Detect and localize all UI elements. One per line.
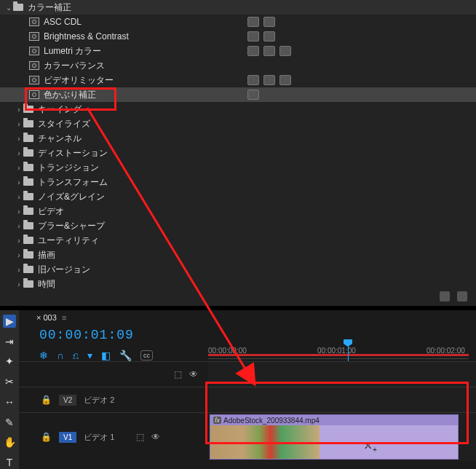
effects-folder[interactable]: ›トランスフォーム: [0, 175, 476, 189]
expand-icon: ›: [15, 280, 23, 288]
effect-label: ビデオリミッター: [44, 74, 114, 87]
track-eye-icon[interactable]: 👁: [189, 369, 198, 379]
effects-folder[interactable]: ›チャンネル: [0, 131, 476, 146]
effects-folder[interactable]: ›キーイング: [0, 102, 476, 117]
effect-item[interactable]: ASC CDL: [0, 15, 476, 29]
timecode-display[interactable]: 00:00:01:09: [39, 328, 134, 342]
folder-label: ユーティリティ: [38, 234, 99, 247]
effect-label: カラーバランス: [44, 60, 105, 72]
track-v2-content[interactable]: [208, 387, 476, 412]
track-tag[interactable]: V2: [59, 395, 76, 406]
sequence-tab[interactable]: × 003 ≡: [36, 313, 66, 322]
tool-razor[interactable]: ✂: [3, 375, 16, 388]
preset-icon: [29, 90, 39, 99]
folder-icon: [23, 193, 33, 200]
folder-label: チャンネル: [38, 133, 82, 145]
effects-panel: ⌄ カラー補正 ASC CDLBrightness & ContrastLume…: [0, 0, 476, 306]
effects-folder[interactable]: ›ディストーション: [0, 146, 476, 160]
effects-folder[interactable]: ›スタイライズ: [0, 117, 476, 131]
panel-footer: [440, 291, 467, 302]
expand-icon: ›: [15, 164, 23, 172]
tab-menu-icon[interactable]: ≡: [62, 313, 66, 322]
expand-icon: ›: [15, 193, 23, 201]
badge-icon: [247, 90, 259, 100]
expand-icon: ›: [15, 178, 23, 186]
tool-pen[interactable]: ✎: [3, 416, 16, 429]
folder-label: トランジション: [38, 162, 99, 174]
tool-slip[interactable]: ↔: [3, 395, 16, 409]
tool-track-select[interactable]: ⇥: [3, 335, 16, 348]
lock-icon[interactable]: 🔒: [41, 432, 52, 442]
track-toggle-icon[interactable]: ⬚: [136, 432, 144, 442]
effects-folder[interactable]: ›ユーティリティ: [0, 233, 476, 248]
effects-folder[interactable]: ›時間: [0, 277, 476, 291]
magnet-icon[interactable]: ∩: [57, 350, 64, 361]
render-bar: [208, 354, 469, 356]
snap-icon[interactable]: ❄: [39, 350, 48, 361]
folder-label: ブラー&シャープ: [38, 220, 105, 232]
expand-icon: ›: [15, 266, 23, 274]
badge-icon: [279, 75, 291, 85]
folder-icon: [23, 222, 33, 229]
effects-folder[interactable]: ›ノイズ&グレイン: [0, 189, 476, 204]
new-bin-icon[interactable]: [440, 291, 450, 302]
folder-label: スタイライズ: [38, 118, 90, 130]
expand-icon: ›: [15, 208, 23, 216]
folder-icon: [23, 280, 33, 288]
track-v2[interactable]: 🔒 V2 ビデオ 2: [19, 387, 476, 412]
badge-icon: [263, 31, 275, 42]
tool-toolbar: ▶ ⇥ ✦ ✂ ↔ ✎ ✋ T: [0, 310, 19, 469]
folder-icon: [23, 251, 33, 259]
effect-item[interactable]: Brightness & Contrast: [0, 29, 476, 44]
preset-icon: [29, 17, 39, 26]
folder-label: ディストーション: [38, 147, 108, 159]
tool-ripple[interactable]: ✦: [3, 355, 16, 368]
time-ruler[interactable]: 00:00:00:00 00:00:01:00 00:00:02:00: [208, 344, 469, 359]
effects-folder-parent[interactable]: ⌄ カラー補正: [0, 0, 476, 15]
effect-item[interactable]: Lumetri カラー: [0, 44, 476, 58]
effects-folder[interactable]: ›旧バージョン: [0, 262, 476, 277]
effects-folder[interactable]: ›描画: [0, 248, 476, 262]
trash-icon[interactable]: [457, 291, 467, 302]
preset-icon: [29, 47, 39, 55]
track-label: ビデオ 1: [84, 432, 114, 443]
track-v1-content[interactable]: fx AdobeStock_200933844.mp4 ⤬+: [208, 413, 476, 461]
expand-icon: ›: [15, 251, 23, 259]
cc-icon[interactable]: cc: [140, 350, 153, 360]
expand-icon: ›: [15, 237, 23, 245]
folder-label: 時間: [38, 278, 55, 291]
effects-folder[interactable]: ›ブラー&シャープ: [0, 218, 476, 233]
marker-icon[interactable]: ▾: [87, 350, 92, 361]
track-v1[interactable]: 🔒 V1 ビデオ 1 ⬚ 👁 fx AdobeStock_200933844.m…: [19, 412, 476, 461]
folder-label: カラー補正: [28, 1, 71, 14]
marker2-icon[interactable]: ◧: [101, 350, 111, 361]
effect-item[interactable]: カラーバランス: [0, 58, 476, 73]
tool-select[interactable]: ▶: [3, 315, 16, 328]
track-toggle-icon[interactable]: ⬚: [174, 369, 182, 379]
effects-folder[interactable]: ›ビデオ: [0, 204, 476, 218]
folder-label: 描画: [38, 249, 55, 261]
track-controls-row: ⬚ 👁: [19, 361, 476, 387]
video-clip[interactable]: fx AdobeStock_200933844.mp4 ⤬+: [210, 414, 459, 460]
preset-icon: [29, 32, 39, 41]
tool-hand[interactable]: ✋: [3, 436, 16, 449]
fx-badge[interactable]: fx: [213, 417, 221, 424]
effect-item[interactable]: 色かぶり補正: [0, 87, 476, 102]
track-eye-icon[interactable]: 👁: [151, 432, 160, 442]
settings-icon[interactable]: 🔧: [119, 350, 132, 361]
expand-icon: ›: [15, 149, 23, 157]
effect-label: 色かぶり補正: [44, 89, 96, 101]
lock-icon[interactable]: 🔒: [41, 395, 52, 405]
effect-item[interactable]: ビデオリミッター: [0, 73, 476, 87]
tool-type[interactable]: T: [3, 456, 16, 469]
folder-icon: [23, 149, 33, 157]
folder-icon: [23, 164, 33, 171]
folder-label: ビデオ: [38, 205, 64, 218]
effects-folder[interactable]: ›トランジション: [0, 160, 476, 175]
folder-icon: [23, 120, 33, 127]
folder-label: トランスフォーム: [38, 176, 108, 189]
link-icon[interactable]: ⎌: [73, 350, 79, 361]
badge-icon: [263, 75, 275, 85]
badge-icon: [263, 46, 275, 56]
track-tag[interactable]: V1: [59, 432, 76, 443]
